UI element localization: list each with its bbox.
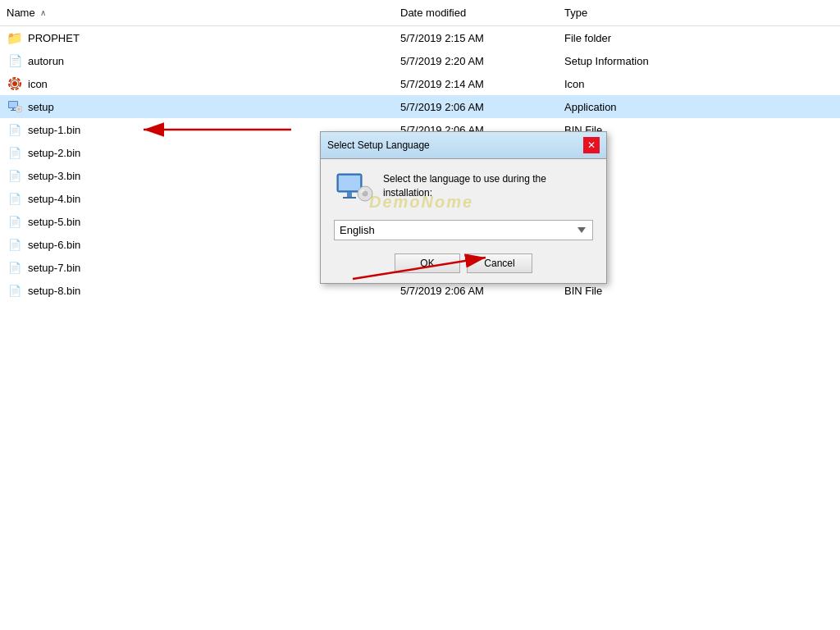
dialog-dropdown-row: EnglishFrenchGermanSpanishItalian: [334, 220, 593, 240]
file-type: Setup Information: [558, 53, 840, 69]
dialog-close-button[interactable]: ✕: [583, 137, 600, 153]
file-type: File folder: [558, 30, 840, 46]
file-explorer: Name ∧ Date modified Type 📁 PROPHET 5/7/…: [0, 0, 840, 630]
dialog-message-row: Select the language to use during the in…: [334, 169, 593, 208]
svg-rect-10: [339, 176, 360, 190]
setup-icon-svg: [334, 169, 373, 208]
file-name: setup: [28, 101, 54, 113]
table-row[interactable]: 📄 autorun 5/7/2019 2:20 AM Setup Informa…: [0, 49, 840, 72]
file-name: setup-8.bin: [28, 285, 80, 297]
setup-icon: [334, 169, 373, 208]
table-row[interactable]: 📁 PROPHET 5/7/2019 2:15 AM File folder: [0, 26, 840, 49]
table-row[interactable]: setup 5/7/2019 2:06 AM Application: [0, 95, 840, 118]
bin-icon: 📄: [7, 167, 23, 184]
svg-rect-6: [11, 110, 16, 111]
exe-icon: [7, 98, 23, 115]
cancel-button[interactable]: Cancel: [467, 253, 532, 273]
bin-icon: 📄: [7, 190, 23, 207]
file-name: PROPHET: [28, 32, 80, 44]
file-name: setup-6.bin: [28, 239, 80, 251]
col-name-header[interactable]: Name ∧: [0, 3, 394, 22]
file-type: BIN File: [558, 283, 840, 299]
col-date-label: Date modified: [400, 7, 466, 19]
file-date: 5/7/2019 2:15 AM: [394, 30, 558, 46]
col-date-header[interactable]: Date modified: [394, 3, 558, 22]
bin-icon: 📄: [7, 121, 23, 138]
file-date: 5/7/2019 2:20 AM: [394, 53, 558, 69]
dialog-buttons: OK Cancel: [334, 253, 593, 273]
bin-icon: 📄: [7, 213, 23, 230]
bin-icon: 📄: [7, 282, 23, 299]
file-type: Icon: [558, 76, 840, 92]
col-type-header[interactable]: Type: [558, 3, 840, 22]
dialog-body: Select the language to use during the in…: [321, 159, 606, 283]
svg-rect-12: [343, 197, 356, 199]
file-name: setup-4.bin: [28, 193, 80, 205]
svg-point-8: [18, 108, 21, 111]
file-name: setup-3.bin: [28, 170, 80, 182]
dialog-titlebar: Select Setup Language ✕: [321, 132, 606, 159]
file-date: 5/7/2019 2:06 AM: [394, 283, 558, 299]
file-name: icon: [28, 78, 48, 90]
svg-point-0: [12, 81, 17, 86]
dialog-message: Select the language to use during the in…: [383, 169, 593, 200]
dialog-title: Select Setup Language: [327, 139, 430, 151]
bin-icon: 📄: [7, 236, 23, 253]
ico-icon: [7, 75, 23, 92]
bin-icon: 📄: [7, 144, 23, 161]
file-date: 5/7/2019 2:06 AM: [394, 99, 558, 115]
col-type-label: Type: [564, 7, 587, 19]
inf-icon: 📄: [7, 52, 23, 69]
file-name: setup-7.bin: [28, 262, 80, 274]
file-type: Application: [558, 99, 840, 115]
bin-icon: 📄: [7, 259, 23, 276]
col-name-label: Name: [7, 7, 35, 19]
file-name: setup-5.bin: [28, 216, 80, 228]
select-language-dialog: Select Setup Language ✕: [320, 131, 607, 284]
file-name: autorun: [28, 55, 64, 67]
folder-icon: 📁: [7, 30, 23, 46]
ok-button[interactable]: OK: [395, 253, 460, 273]
table-row[interactable]: icon 5/7/2019 2:14 AM Icon: [0, 72, 840, 95]
sort-arrow-icon: ∧: [40, 8, 46, 17]
svg-rect-4: [9, 102, 17, 107]
file-name: setup-2.bin: [28, 147, 80, 159]
file-name: setup-1.bin: [28, 124, 80, 136]
file-date: 5/7/2019 2:14 AM: [394, 76, 558, 92]
svg-rect-11: [347, 192, 352, 197]
svg-rect-5: [12, 108, 14, 110]
language-select[interactable]: EnglishFrenchGermanSpanishItalian: [334, 220, 593, 240]
file-name-cell: 📁 PROPHET: [0, 28, 394, 48]
file-name-cell: setup: [0, 97, 394, 116]
file-name-cell: icon: [0, 74, 394, 94]
table-header: Name ∧ Date modified Type: [0, 0, 840, 26]
file-name-cell: 📄 autorun: [0, 51, 394, 71]
